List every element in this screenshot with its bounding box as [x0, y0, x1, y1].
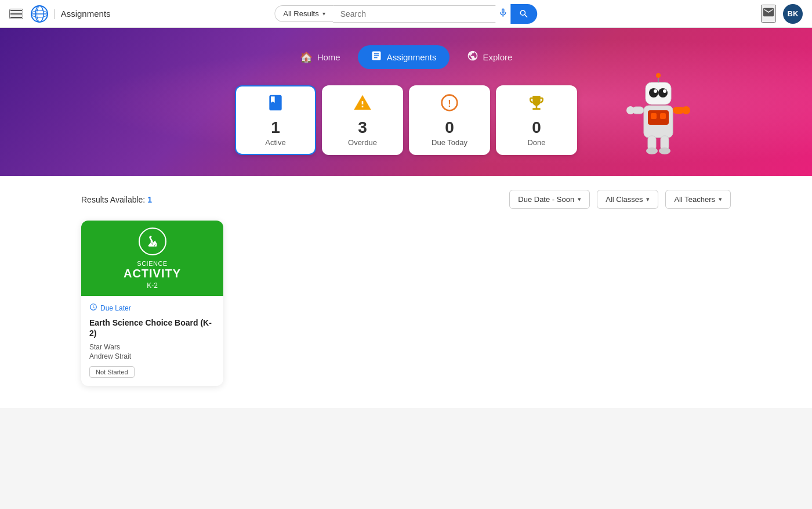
card-body: Due Later Earth Science Choice Board (K-… [81, 296, 223, 386]
svg-point-16 [656, 73, 661, 78]
assignments-icon [371, 50, 382, 64]
stat-card-due-today[interactable]: ! 0 Due Today [409, 85, 490, 155]
assignment-status: Not Started [89, 366, 135, 378]
svg-point-24 [659, 147, 670, 154]
assignment-class: Star Wars [89, 343, 215, 351]
filter-label: All Results [283, 9, 318, 18]
assignment-title: Earth Science Choice Board (K-2) [89, 317, 215, 338]
due-today-clock-icon: ! [440, 93, 459, 116]
svg-point-13 [654, 89, 657, 93]
stat-card-done[interactable]: 0 Done [496, 85, 577, 155]
sub-nav-explore[interactable]: Explore [454, 45, 525, 69]
logo-globe-icon [30, 5, 49, 23]
hero-banner: 🏠 Home Assignments Explore [0, 28, 812, 176]
assignment-teacher: Andrew Strait [89, 352, 215, 360]
clock-icon [89, 303, 97, 313]
svg-rect-9 [660, 113, 666, 119]
svg-point-23 [646, 147, 658, 154]
active-book-icon [266, 93, 285, 116]
results-label: Results Available: [81, 195, 145, 204]
due-today-label: Due Today [432, 138, 467, 147]
svg-point-11 [649, 88, 658, 98]
app-title: Assignments [61, 9, 111, 19]
done-label: Done [527, 138, 545, 147]
nav-right: BK [761, 4, 803, 24]
microscope-icon [139, 228, 166, 255]
thumb-category: SCIENCE [137, 260, 167, 267]
separator: | [53, 8, 56, 20]
chevron-down-icon: ▾ [646, 196, 650, 203]
all-teachers-filter-label: All Teachers [674, 195, 715, 204]
stats-row: 1 Active 3 Overdue ! 0 Due Today [0, 85, 812, 155]
search-input-wrapper [334, 5, 496, 23]
sub-nav-assignments[interactable]: Assignments [358, 45, 449, 69]
logo-container: | Assignments [30, 5, 111, 23]
user-initials: BK [788, 9, 799, 18]
robot-mascot [621, 62, 696, 155]
home-nav-label: Home [317, 52, 340, 62]
svg-text:!: ! [448, 99, 451, 109]
all-teachers-filter[interactable]: All Teachers ▾ [665, 190, 731, 209]
voice-search-button[interactable] [496, 5, 511, 23]
active-label: Active [265, 138, 285, 147]
search-input[interactable] [340, 9, 489, 19]
chevron-down-icon: ▾ [322, 10, 325, 17]
overdue-warning-icon [353, 93, 372, 116]
sub-nav-home[interactable]: 🏠 Home [287, 46, 353, 68]
stat-card-active[interactable]: 1 Active [235, 85, 316, 155]
assignments-nav-label: Assignments [387, 52, 437, 62]
explore-icon [467, 50, 478, 64]
home-icon: 🏠 [300, 51, 313, 64]
all-classes-filter-label: All Classes [606, 195, 643, 204]
all-results-filter-button[interactable]: All Results ▾ [274, 5, 333, 22]
card-thumbnail: SCIENCE ACTIVITY K-2 [81, 221, 223, 296]
search-submit-button[interactable] [511, 4, 538, 24]
user-avatar[interactable]: BK [783, 4, 803, 24]
assignments-grid: SCIENCE ACTIVITY K-2 Due Later Earth Sci… [81, 221, 731, 386]
due-date-filter[interactable]: Due Date - Soon ▾ [509, 190, 590, 209]
robot-svg [624, 65, 693, 155]
overdue-label: Overdue [348, 138, 377, 147]
all-classes-filter[interactable]: All Classes ▾ [597, 190, 658, 209]
svg-point-14 [663, 89, 666, 93]
svg-point-20 [682, 106, 690, 114]
svg-point-12 [658, 88, 668, 98]
chevron-down-icon: ▾ [578, 196, 581, 203]
svg-rect-8 [651, 113, 657, 119]
svg-point-19 [626, 106, 635, 114]
chevron-down-icon: ▾ [719, 196, 722, 203]
results-count: Results Available: 1 [81, 195, 152, 204]
done-count: 0 [532, 120, 541, 136]
filters-row: Due Date - Soon ▾ All Classes ▾ All Teac… [509, 190, 731, 209]
due-date-filter-label: Due Date - Soon [518, 195, 574, 204]
overdue-count: 3 [358, 120, 367, 136]
assignment-card[interactable]: SCIENCE ACTIVITY K-2 Due Later Earth Sci… [81, 221, 223, 386]
due-today-count: 0 [445, 120, 454, 136]
due-status: Due Later [89, 303, 215, 313]
notifications-button[interactable] [761, 5, 776, 23]
top-navigation: | Assignments All Results ▾ BK [0, 0, 812, 28]
done-trophy-icon [527, 93, 546, 116]
due-status-text: Due Later [100, 304, 131, 312]
explore-nav-label: Explore [483, 52, 513, 62]
search-area: All Results ▾ [274, 4, 537, 24]
results-number: 1 [147, 195, 152, 204]
thumb-title: ACTIVITY [124, 267, 181, 280]
stat-card-overdue[interactable]: 3 Overdue [322, 85, 403, 155]
thumb-grade: K-2 [147, 281, 158, 290]
content-area: Results Available: 1 Due Date - Soon ▾ A… [0, 176, 812, 408]
hamburger-menu-button[interactable] [9, 9, 23, 19]
results-header: Results Available: 1 Due Date - Soon ▾ A… [81, 190, 731, 209]
active-count: 1 [271, 120, 280, 136]
